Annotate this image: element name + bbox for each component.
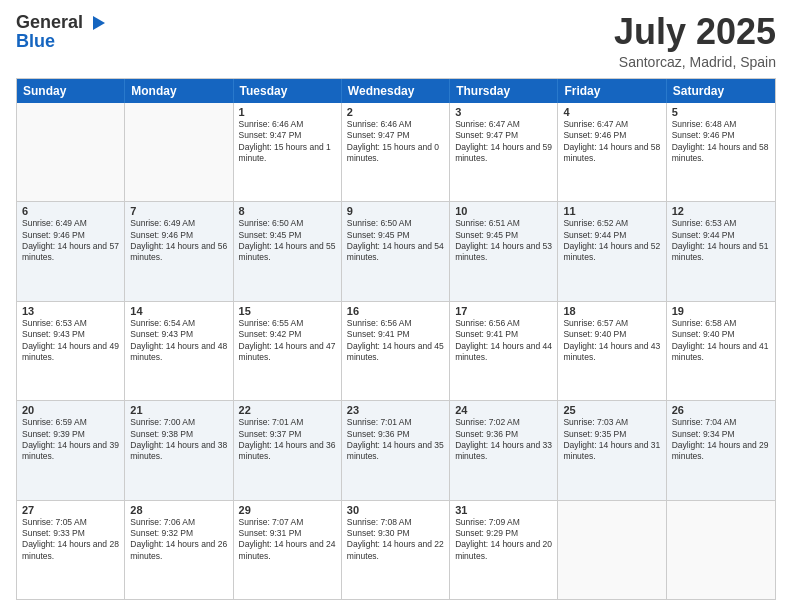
day-number: 8 [239, 205, 336, 217]
day-number: 30 [347, 504, 444, 516]
day-info: Sunrise: 7:03 AM Sunset: 9:35 PM Dayligh… [563, 417, 660, 463]
calendar-week-2: 6Sunrise: 6:49 AM Sunset: 9:46 PM Daylig… [17, 201, 775, 300]
calendar-week-4: 20Sunrise: 6:59 AM Sunset: 9:39 PM Dayli… [17, 400, 775, 499]
day-info: Sunrise: 6:52 AM Sunset: 9:44 PM Dayligh… [563, 218, 660, 264]
logo-blue-text: Blue [16, 32, 107, 52]
day-info: Sunrise: 7:07 AM Sunset: 9:31 PM Dayligh… [239, 517, 336, 563]
calendar-cell [17, 103, 125, 201]
calendar-cell: 15Sunrise: 6:55 AM Sunset: 9:42 PM Dayli… [234, 302, 342, 400]
calendar-cell: 27Sunrise: 7:05 AM Sunset: 9:33 PM Dayli… [17, 501, 125, 599]
day-info: Sunrise: 7:00 AM Sunset: 9:38 PM Dayligh… [130, 417, 227, 463]
header: General Blue July 2025 Santorcaz, Madrid… [16, 12, 776, 70]
day-info: Sunrise: 7:01 AM Sunset: 9:36 PM Dayligh… [347, 417, 444, 463]
day-info: Sunrise: 6:47 AM Sunset: 9:46 PM Dayligh… [563, 119, 660, 165]
calendar-cell: 30Sunrise: 7:08 AM Sunset: 9:30 PM Dayli… [342, 501, 450, 599]
day-number: 1 [239, 106, 336, 118]
day-number: 26 [672, 404, 770, 416]
day-info: Sunrise: 7:06 AM Sunset: 9:32 PM Dayligh… [130, 517, 227, 563]
day-info: Sunrise: 6:46 AM Sunset: 9:47 PM Dayligh… [239, 119, 336, 165]
logo-general-text: General [16, 13, 83, 33]
calendar-cell: 9Sunrise: 6:50 AM Sunset: 9:45 PM Daylig… [342, 202, 450, 300]
header-day-saturday: Saturday [667, 79, 775, 103]
day-number: 15 [239, 305, 336, 317]
calendar-cell: 16Sunrise: 6:56 AM Sunset: 9:41 PM Dayli… [342, 302, 450, 400]
day-number: 16 [347, 305, 444, 317]
day-info: Sunrise: 6:49 AM Sunset: 9:46 PM Dayligh… [130, 218, 227, 264]
calendar-cell [558, 501, 666, 599]
calendar-cell: 13Sunrise: 6:53 AM Sunset: 9:43 PM Dayli… [17, 302, 125, 400]
day-info: Sunrise: 6:46 AM Sunset: 9:47 PM Dayligh… [347, 119, 444, 165]
calendar-cell: 23Sunrise: 7:01 AM Sunset: 9:36 PM Dayli… [342, 401, 450, 499]
day-info: Sunrise: 6:59 AM Sunset: 9:39 PM Dayligh… [22, 417, 119, 463]
calendar-cell: 6Sunrise: 6:49 AM Sunset: 9:46 PM Daylig… [17, 202, 125, 300]
calendar-cell: 31Sunrise: 7:09 AM Sunset: 9:29 PM Dayli… [450, 501, 558, 599]
day-number: 13 [22, 305, 119, 317]
day-info: Sunrise: 6:50 AM Sunset: 9:45 PM Dayligh… [239, 218, 336, 264]
calendar-cell: 29Sunrise: 7:07 AM Sunset: 9:31 PM Dayli… [234, 501, 342, 599]
day-info: Sunrise: 7:01 AM Sunset: 9:37 PM Dayligh… [239, 417, 336, 463]
header-day-tuesday: Tuesday [234, 79, 342, 103]
day-number: 29 [239, 504, 336, 516]
day-info: Sunrise: 6:57 AM Sunset: 9:40 PM Dayligh… [563, 318, 660, 364]
logo: General Blue [16, 12, 107, 52]
month-title: July 2025 [614, 12, 776, 52]
day-info: Sunrise: 6:48 AM Sunset: 9:46 PM Dayligh… [672, 119, 770, 165]
day-number: 21 [130, 404, 227, 416]
calendar-body: 1Sunrise: 6:46 AM Sunset: 9:47 PM Daylig… [17, 103, 775, 599]
day-number: 12 [672, 205, 770, 217]
calendar-week-3: 13Sunrise: 6:53 AM Sunset: 9:43 PM Dayli… [17, 301, 775, 400]
day-number: 6 [22, 205, 119, 217]
calendar-cell: 18Sunrise: 6:57 AM Sunset: 9:40 PM Dayli… [558, 302, 666, 400]
calendar-cell: 8Sunrise: 6:50 AM Sunset: 9:45 PM Daylig… [234, 202, 342, 300]
calendar-cell [125, 103, 233, 201]
calendar-cell [667, 501, 775, 599]
day-info: Sunrise: 6:56 AM Sunset: 9:41 PM Dayligh… [347, 318, 444, 364]
day-number: 23 [347, 404, 444, 416]
logo-triangle-icon [85, 12, 107, 34]
day-info: Sunrise: 6:54 AM Sunset: 9:43 PM Dayligh… [130, 318, 227, 364]
day-info: Sunrise: 6:55 AM Sunset: 9:42 PM Dayligh… [239, 318, 336, 364]
header-day-monday: Monday [125, 79, 233, 103]
calendar-cell: 22Sunrise: 7:01 AM Sunset: 9:37 PM Dayli… [234, 401, 342, 499]
day-number: 19 [672, 305, 770, 317]
day-info: Sunrise: 6:56 AM Sunset: 9:41 PM Dayligh… [455, 318, 552, 364]
calendar: SundayMondayTuesdayWednesdayThursdayFrid… [16, 78, 776, 600]
calendar-cell: 5Sunrise: 6:48 AM Sunset: 9:46 PM Daylig… [667, 103, 775, 201]
day-number: 24 [455, 404, 552, 416]
day-info: Sunrise: 7:04 AM Sunset: 9:34 PM Dayligh… [672, 417, 770, 463]
calendar-cell: 1Sunrise: 6:46 AM Sunset: 9:47 PM Daylig… [234, 103, 342, 201]
day-number: 5 [672, 106, 770, 118]
calendar-week-1: 1Sunrise: 6:46 AM Sunset: 9:47 PM Daylig… [17, 103, 775, 201]
day-info: Sunrise: 6:47 AM Sunset: 9:47 PM Dayligh… [455, 119, 552, 165]
calendar-week-5: 27Sunrise: 7:05 AM Sunset: 9:33 PM Dayli… [17, 500, 775, 599]
day-info: Sunrise: 6:50 AM Sunset: 9:45 PM Dayligh… [347, 218, 444, 264]
day-number: 11 [563, 205, 660, 217]
calendar-cell: 17Sunrise: 6:56 AM Sunset: 9:41 PM Dayli… [450, 302, 558, 400]
calendar-cell: 24Sunrise: 7:02 AM Sunset: 9:36 PM Dayli… [450, 401, 558, 499]
day-number: 17 [455, 305, 552, 317]
day-number: 31 [455, 504, 552, 516]
day-number: 25 [563, 404, 660, 416]
day-info: Sunrise: 7:05 AM Sunset: 9:33 PM Dayligh… [22, 517, 119, 563]
location: Santorcaz, Madrid, Spain [614, 54, 776, 70]
day-info: Sunrise: 6:49 AM Sunset: 9:46 PM Dayligh… [22, 218, 119, 264]
header-day-thursday: Thursday [450, 79, 558, 103]
page: General Blue July 2025 Santorcaz, Madrid… [0, 0, 792, 612]
day-info: Sunrise: 7:09 AM Sunset: 9:29 PM Dayligh… [455, 517, 552, 563]
day-number: 27 [22, 504, 119, 516]
day-number: 28 [130, 504, 227, 516]
day-number: 14 [130, 305, 227, 317]
day-number: 10 [455, 205, 552, 217]
day-number: 18 [563, 305, 660, 317]
calendar-header: SundayMondayTuesdayWednesdayThursdayFrid… [17, 79, 775, 103]
calendar-cell: 3Sunrise: 6:47 AM Sunset: 9:47 PM Daylig… [450, 103, 558, 201]
calendar-cell: 4Sunrise: 6:47 AM Sunset: 9:46 PM Daylig… [558, 103, 666, 201]
day-number: 20 [22, 404, 119, 416]
calendar-cell: 10Sunrise: 6:51 AM Sunset: 9:45 PM Dayli… [450, 202, 558, 300]
header-day-wednesday: Wednesday [342, 79, 450, 103]
day-info: Sunrise: 6:51 AM Sunset: 9:45 PM Dayligh… [455, 218, 552, 264]
day-number: 2 [347, 106, 444, 118]
calendar-cell: 26Sunrise: 7:04 AM Sunset: 9:34 PM Dayli… [667, 401, 775, 499]
day-info: Sunrise: 6:53 AM Sunset: 9:44 PM Dayligh… [672, 218, 770, 264]
day-info: Sunrise: 7:08 AM Sunset: 9:30 PM Dayligh… [347, 517, 444, 563]
